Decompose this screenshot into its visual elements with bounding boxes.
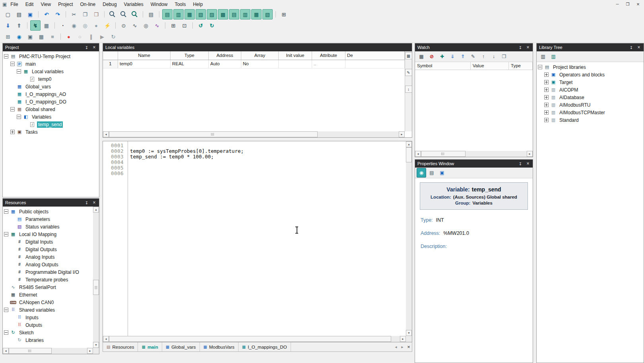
power-icon[interactable]	[417, 168, 426, 178]
lv-grid-icon[interactable]	[405, 52, 412, 59]
scroll-left-icon[interactable]	[3, 348, 9, 354]
scrollbar-track[interactable]	[9, 348, 87, 354]
paste-icon[interactable]	[91, 9, 101, 20]
scroll-right-icon[interactable]	[399, 131, 405, 137]
scroll-down-icon[interactable]	[93, 342, 99, 348]
menu-item[interactable]: Debug	[99, 1, 120, 8]
trigger-list-icon[interactable]	[141, 20, 151, 31]
expander-icon[interactable]	[544, 72, 549, 77]
close-icon[interactable]	[526, 45, 530, 50]
scrollbar-track[interactable]	[109, 336, 400, 342]
tree-item[interactable]: Libraries	[3, 336, 93, 344]
menu-item[interactable]: Edit	[22, 1, 37, 8]
local-variables-titlebar[interactable]: Local variables	[103, 43, 412, 51]
horizontal-scrollbar[interactable]	[103, 131, 405, 137]
watch-list-empty[interactable]	[415, 70, 533, 151]
tree-item[interactable]: temp_send	[3, 121, 99, 128]
minimize-icon[interactable]	[613, 1, 622, 7]
tree-item[interactable]: AIDatabase	[537, 94, 644, 101]
column-header[interactable]	[103, 51, 118, 60]
sep[interactable]	[141, 10, 145, 19]
editor-tab[interactable]: Global_vars	[162, 342, 200, 351]
menu-item[interactable]: Window	[147, 1, 171, 8]
expander-icon[interactable]	[544, 103, 549, 107]
scroll-right-icon[interactable]	[87, 348, 93, 354]
workspace-layout-icon[interactable]	[279, 9, 289, 20]
redo-icon[interactable]	[52, 9, 63, 20]
scroll-right-icon[interactable]	[527, 151, 533, 157]
edit-watch-icon[interactable]	[468, 52, 478, 61]
st-editor-toggle-icon[interactable]	[162, 9, 173, 20]
open-list-icon[interactable]	[14, 9, 24, 20]
scroll-up-icon[interactable]	[93, 207, 99, 213]
scrollbar-track[interactable]	[421, 151, 527, 157]
column-header[interactable]: Value	[471, 62, 509, 70]
menu-item[interactable]: Help	[189, 1, 206, 8]
tree-item[interactable]: CANopen CAN0	[3, 299, 93, 306]
st-code-editor[interactable]: 0001 0002 temp0 := sysTempProbes[0].temp…	[103, 141, 412, 342]
pin-icon[interactable]	[84, 45, 89, 50]
tree-item[interactable]: Temperature probes	[3, 276, 93, 283]
scrollbar-thumb[interactable]	[406, 147, 412, 162]
expander-icon[interactable]	[10, 107, 15, 111]
tree-item[interactable]: Project libraries	[537, 63, 644, 71]
sfc-editor-toggle-icon[interactable]	[196, 9, 206, 20]
project-window-toggle-icon[interactable]	[229, 9, 239, 20]
tree-item[interactable]: Analog Outputs	[3, 261, 93, 268]
debug-watch-icon[interactable]	[36, 31, 47, 42]
tree-item[interactable]: PMC-RTU-Temp Project	[3, 53, 99, 60]
tree-item[interactable]: Ethernet	[3, 291, 93, 299]
search-in-project-icon[interactable]	[130, 9, 140, 20]
expander-icon[interactable]	[4, 209, 8, 214]
tree-item[interactable]: temp0	[3, 75, 99, 83]
live-debug-icon[interactable]	[3, 31, 13, 42]
expander-icon[interactable]	[4, 54, 8, 59]
compile-icon[interactable]	[69, 20, 79, 31]
properties-panel-titlebar[interactable]: Properties Window	[415, 160, 533, 168]
expander-icon[interactable]	[544, 88, 549, 92]
move-up-icon[interactable]	[479, 52, 488, 61]
halt-icon[interactable]	[58, 20, 68, 31]
tree-item[interactable]: Analog Inputs	[3, 253, 93, 261]
column-header[interactable]: Attribute	[312, 51, 345, 60]
move-down-icon[interactable]	[489, 52, 499, 61]
tree-item[interactable]: main	[3, 60, 99, 68]
copy-icon[interactable]	[80, 9, 90, 20]
tree-item[interactable]: Parameters	[3, 215, 93, 223]
pin-icon[interactable]	[84, 201, 89, 205]
tree-item[interactable]: Target	[537, 78, 644, 86]
editor-tab[interactable]: I_O_mappings_DO	[239, 342, 291, 351]
print-icon[interactable]	[146, 9, 156, 20]
library-window-toggle-icon[interactable]	[240, 9, 250, 20]
column-header[interactable]: Symbol	[415, 62, 471, 70]
expander-icon[interactable]	[544, 110, 549, 115]
expander-icon[interactable]	[544, 118, 549, 122]
editor-tab[interactable]: main	[138, 342, 162, 351]
new-sheet-icon[interactable]	[3, 9, 13, 20]
connect-icon[interactable]	[30, 20, 41, 31]
sep[interactable]	[163, 21, 167, 30]
library-list-icon[interactable]	[538, 52, 548, 61]
tree-item[interactable]: Global shared	[3, 105, 99, 113]
tree-item[interactable]: Standard	[537, 116, 644, 124]
column-header[interactable]: De	[345, 51, 405, 60]
sep[interactable]	[191, 21, 194, 30]
save-project-icon[interactable]	[25, 9, 35, 20]
tree-item[interactable]: Programmable Digital I/O	[3, 268, 93, 276]
close-window-icon[interactable]	[634, 1, 642, 7]
sep[interactable]	[114, 21, 117, 30]
sep[interactable]	[64, 10, 68, 19]
scrollbar-track[interactable]	[93, 213, 99, 342]
expander-icon[interactable]	[17, 69, 21, 74]
tree-item[interactable]: Public objects	[3, 208, 93, 215]
clear-watch-icon[interactable]	[427, 52, 436, 61]
save-watchlist-icon[interactable]	[448, 52, 457, 61]
close-icon[interactable]	[526, 161, 530, 166]
tree-item[interactable]: Global_vars	[3, 83, 99, 90]
library-panel-titlebar[interactable]: Library Tree	[537, 43, 644, 51]
pin-icon[interactable]	[518, 162, 523, 166]
compile-all-icon[interactable]	[80, 20, 90, 31]
editor-tab[interactable]: ModbusVars	[200, 342, 239, 351]
navigate-back-icon[interactable]	[196, 20, 206, 31]
column-header[interactable]: Type	[171, 51, 209, 60]
